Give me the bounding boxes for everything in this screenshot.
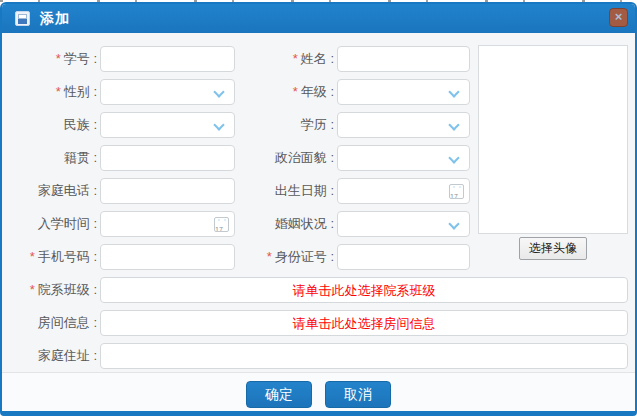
close-icon[interactable]: ×: [609, 8, 628, 27]
label-room-info: 房间信息 :: [10, 310, 97, 336]
home-phone-input[interactable]: [100, 178, 235, 204]
gender-select[interactable]: [100, 79, 235, 105]
label-id-number: *身份证号 :: [240, 244, 334, 270]
required-marker: *: [30, 249, 35, 264]
id-number-input[interactable]: [337, 244, 470, 270]
education-select[interactable]: [337, 112, 470, 138]
room-info-input[interactable]: [100, 310, 628, 336]
label-name: *姓名 :: [240, 46, 334, 72]
save-icon: [15, 11, 30, 26]
required-marker: *: [293, 51, 298, 66]
avatar-preview: [478, 45, 628, 234]
birth-date-input[interactable]: 17: [337, 178, 470, 204]
student-id-input[interactable]: [100, 46, 235, 72]
label-enroll-date: 入学时间 :: [10, 211, 97, 237]
ethnicity-select[interactable]: [100, 112, 235, 138]
label-birth-date: 出生日期 :: [240, 178, 334, 204]
dialog-footer: 确定 取消: [2, 372, 635, 411]
required-marker: *: [56, 84, 61, 99]
enroll-date-input[interactable]: 17: [100, 211, 235, 237]
dialog-title: 添加: [40, 10, 70, 28]
dept-class-input[interactable]: [100, 277, 628, 303]
calendar-icon[interactable]: 17: [449, 184, 464, 199]
label-grade: *年级 :: [240, 79, 334, 105]
chevron-down-icon: [448, 218, 459, 229]
native-place-input[interactable]: [100, 145, 235, 171]
screen: 添加 × *学号 : *姓名 : *性别 : *年级 : 民族 : 学历 : 籍…: [0, 0, 637, 416]
label-ethnicity: 民族 :: [10, 112, 97, 138]
required-marker: *: [30, 282, 35, 297]
label-home-address: 家庭住址 :: [10, 343, 97, 369]
marital-status-select[interactable]: [337, 211, 470, 237]
add-dialog: 添加 × *学号 : *姓名 : *性别 : *年级 : 民族 : 学历 : 籍…: [0, 2, 637, 416]
political-status-select[interactable]: [337, 145, 470, 171]
label-student-id: *学号 :: [10, 46, 97, 72]
required-marker: *: [56, 51, 61, 66]
label-home-phone: 家庭电话 :: [10, 178, 97, 204]
required-marker: *: [293, 84, 298, 99]
mobile-input[interactable]: [100, 244, 235, 270]
label-marital-status: 婚姻状况 :: [240, 211, 334, 237]
label-native-place: 籍贯 :: [10, 145, 97, 171]
calendar-icon[interactable]: 17: [214, 217, 229, 232]
home-address-input[interactable]: [100, 343, 628, 369]
label-political-status: 政治面貌 :: [240, 145, 334, 171]
cancel-button[interactable]: 取消: [325, 381, 391, 408]
label-dept-class: *院系班级 :: [10, 277, 97, 303]
choose-avatar-button[interactable]: 选择头像: [519, 237, 587, 260]
name-input[interactable]: [337, 46, 470, 72]
chevron-down-icon: [213, 86, 224, 97]
required-marker: *: [267, 249, 272, 264]
chevron-down-icon: [448, 119, 459, 130]
grade-select[interactable]: [337, 79, 470, 105]
chevron-down-icon: [448, 86, 459, 97]
dialog-titlebar[interactable]: 添加 ×: [2, 4, 635, 33]
chevron-down-icon: [213, 119, 224, 130]
label-mobile: *手机号码 :: [10, 244, 97, 270]
ok-button[interactable]: 确定: [246, 381, 312, 408]
label-education: 学历 :: [240, 112, 334, 138]
chevron-down-icon: [448, 152, 459, 163]
add-form: *学号 : *姓名 : *性别 : *年级 : 民族 : 学历 : 籍贯 : 政…: [2, 33, 635, 411]
label-gender: *性别 :: [10, 79, 97, 105]
